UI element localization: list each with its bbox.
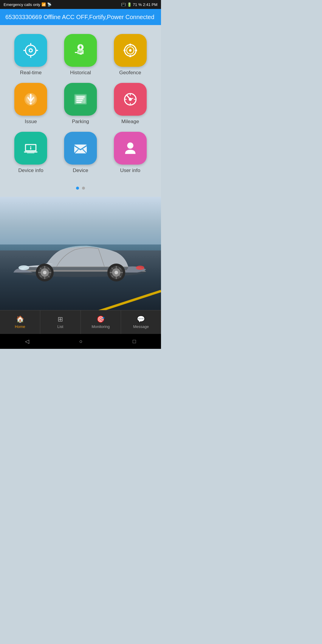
status-left: Emergency calls only 📶 📡 bbox=[4, 2, 52, 7]
home-label: Home bbox=[15, 324, 25, 329]
back-button[interactable]: ◁ bbox=[25, 338, 29, 345]
dot-2[interactable] bbox=[82, 187, 85, 190]
mileage-icon bbox=[122, 91, 139, 108]
realtime-label: Real-time bbox=[20, 70, 42, 76]
historical-button[interactable] bbox=[64, 34, 97, 67]
svg-line-33 bbox=[127, 96, 130, 99]
svg-point-65 bbox=[114, 271, 118, 274]
historical-label: Historical bbox=[70, 70, 91, 76]
device-button[interactable] bbox=[64, 132, 97, 165]
main-content: Real-time Historical bbox=[0, 25, 161, 197]
svg-point-75 bbox=[136, 266, 144, 270]
svg-point-18 bbox=[129, 55, 131, 57]
status-bar: Emergency calls only 📶 📡 📳 🔋 71% 2:41 PM bbox=[0, 0, 161, 9]
svg-rect-42 bbox=[30, 147, 32, 149]
realtime-icon bbox=[22, 42, 39, 59]
svg-rect-11 bbox=[77, 50, 83, 54]
car-svg bbox=[9, 225, 152, 285]
status-right: 📳 🔋 71% 2:41 PM bbox=[121, 2, 157, 7]
historical-icon bbox=[72, 42, 89, 59]
road-line bbox=[98, 290, 161, 310]
mileage-label: Mileage bbox=[121, 119, 139, 125]
system-nav: ◁ ○ □ bbox=[0, 334, 161, 349]
issue-label: Issue bbox=[25, 119, 37, 125]
battery-level: 71 bbox=[133, 2, 137, 7]
time-display: 2:41 PM bbox=[143, 2, 157, 7]
svg-point-48 bbox=[127, 143, 133, 149]
car-image-section bbox=[0, 197, 161, 310]
device-label: Device bbox=[73, 168, 88, 174]
svg-point-53 bbox=[43, 271, 47, 274]
grid-item-historical[interactable]: Historical bbox=[56, 34, 106, 76]
battery-icon: 🔋 bbox=[127, 2, 132, 7]
device-icon bbox=[72, 140, 89, 157]
grid-item-mileage[interactable]: Mileage bbox=[105, 83, 155, 125]
userinfo-icon bbox=[122, 140, 139, 157]
deviceinfo-icon bbox=[22, 140, 39, 157]
message-icon: 💬 bbox=[137, 315, 145, 323]
svg-rect-44 bbox=[27, 153, 35, 154]
status-calls-text: Emergency calls only bbox=[4, 2, 40, 7]
message-label: Message bbox=[133, 324, 149, 329]
nav-list[interactable]: ⊞ List bbox=[40, 310, 80, 334]
parking-icon bbox=[72, 91, 89, 108]
grid-item-device[interactable]: Device bbox=[56, 132, 106, 174]
nav-monitoring[interactable]: 🎯 Monitoring bbox=[81, 310, 121, 334]
svg-point-16 bbox=[129, 49, 131, 52]
home-icon: 🏠 bbox=[16, 315, 24, 323]
parking-label: Parking bbox=[72, 119, 89, 125]
nav-message[interactable]: 💬 Message bbox=[121, 310, 161, 334]
grid-item-deviceinfo[interactable]: Device info bbox=[6, 132, 56, 174]
page-dots bbox=[0, 184, 161, 194]
home-button[interactable]: ○ bbox=[79, 338, 83, 345]
header-bar: 65303330669 Offline ACC OFF,Fortify,Powe… bbox=[0, 9, 161, 25]
icon-grid: Real-time Historical bbox=[0, 31, 161, 184]
signal-icon: 📶 bbox=[41, 2, 46, 7]
list-label: List bbox=[57, 324, 63, 329]
grid-item-userinfo[interactable]: User info bbox=[105, 132, 155, 174]
svg-point-74 bbox=[18, 265, 29, 270]
svg-point-20 bbox=[135, 49, 137, 52]
svg-point-23 bbox=[30, 103, 32, 105]
dot-1[interactable] bbox=[76, 187, 79, 190]
geofence-icon bbox=[122, 42, 139, 59]
svg-rect-30 bbox=[76, 96, 78, 97]
car-image bbox=[9, 225, 152, 286]
monitoring-icon: 🎯 bbox=[97, 315, 105, 323]
realtime-button[interactable] bbox=[14, 34, 47, 67]
geofence-label: Geofence bbox=[119, 70, 141, 76]
deviceinfo-button[interactable] bbox=[14, 132, 47, 165]
grid-item-realtime[interactable]: Real-time bbox=[6, 34, 56, 76]
grid-item-parking[interactable]: Parking bbox=[56, 83, 106, 125]
svg-rect-26 bbox=[76, 96, 85, 97]
monitoring-label: Monitoring bbox=[92, 324, 110, 329]
geofence-button[interactable] bbox=[114, 34, 147, 67]
svg-rect-27 bbox=[76, 98, 84, 100]
svg-point-19 bbox=[123, 49, 126, 52]
svg-rect-43 bbox=[24, 151, 38, 153]
mileage-button[interactable] bbox=[114, 83, 147, 116]
svg-point-17 bbox=[129, 44, 131, 46]
svg-rect-29 bbox=[76, 102, 82, 103]
nav-home[interactable]: 🏠 Home bbox=[0, 310, 40, 334]
userinfo-button[interactable] bbox=[114, 132, 147, 165]
wifi-icon: 📡 bbox=[47, 2, 52, 7]
svg-rect-7 bbox=[75, 52, 78, 53]
list-icon: ⊞ bbox=[58, 315, 63, 323]
svg-rect-28 bbox=[76, 100, 83, 101]
recents-button[interactable]: □ bbox=[133, 338, 136, 345]
deviceinfo-label: Device info bbox=[18, 168, 43, 174]
svg-point-6 bbox=[30, 49, 32, 52]
issue-button[interactable] bbox=[14, 83, 47, 116]
device-status-text: 65303330669 Offline ACC OFF,Fortify,Powe… bbox=[5, 14, 154, 20]
vibrate-icon: 📳 bbox=[121, 2, 126, 7]
parking-button[interactable] bbox=[64, 83, 97, 116]
bottom-nav: 🏠 Home ⊞ List 🎯 Monitoring 💬 Message bbox=[0, 310, 161, 334]
issue-icon bbox=[22, 91, 39, 108]
svg-point-41 bbox=[30, 146, 32, 147]
userinfo-label: User info bbox=[120, 168, 140, 174]
grid-item-issue[interactable]: Issue bbox=[6, 83, 56, 125]
grid-item-geofence[interactable]: Geofence bbox=[105, 34, 155, 76]
